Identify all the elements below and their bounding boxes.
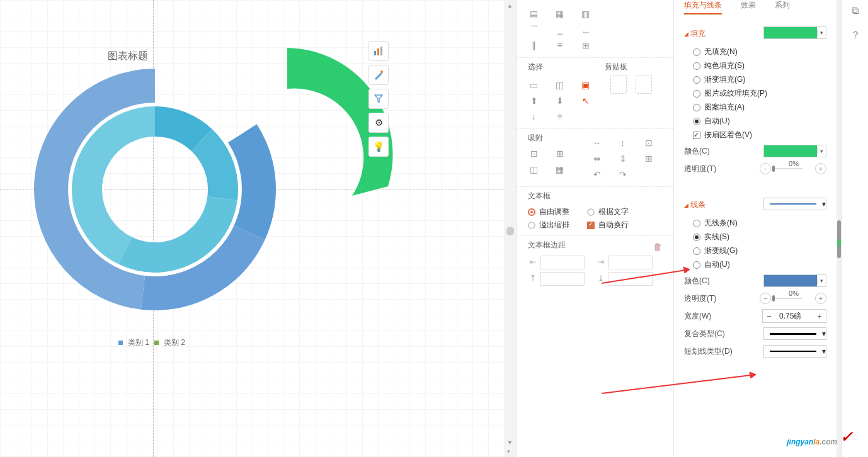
text-overflow-option[interactable]: 溢出缩排 (528, 220, 569, 230)
move-layer-icon[interactable]: ≡ (554, 110, 566, 122)
scroll-down-icon-2[interactable]: ▾ (507, 448, 510, 454)
fill-gradient-option[interactable]: 渐变填充(G) (693, 74, 826, 85)
scroll-up-icon[interactable]: ▲ (507, 3, 513, 9)
right-region: 填充与线条 效果 系列 填充 ▾ 无填充(N) 纯色填充(S) 渐变填充(G) … (674, 0, 868, 457)
margin-top-input[interactable] (540, 272, 585, 286)
tab-series[interactable]: 系列 (775, 0, 790, 14)
align-bottom-icon[interactable]: ⎵ (580, 23, 591, 35)
popout-icon[interactable]: ⧉ (852, 5, 859, 16)
fill-none-option[interactable]: 无填充(N) (693, 47, 826, 57)
pointer-icon[interactable]: ↖ (580, 94, 591, 106)
fill-auto-option[interactable]: 自动(U) (693, 116, 826, 127)
tab-fill-line[interactable]: 填充与线条 (684, 0, 722, 14)
snap-pixel-icon[interactable]: ▦ (554, 163, 566, 175)
dash-type-picker[interactable]: ▾ (763, 345, 826, 358)
line-auto-option[interactable]: 自动(U) (693, 259, 826, 270)
width-plus-button[interactable]: + (813, 312, 826, 321)
clip-slot[interactable] (610, 75, 627, 94)
bring-front-icon[interactable]: ⬆ (528, 94, 540, 106)
align-top-icon[interactable]: ⎴ (528, 23, 540, 35)
chart-legend[interactable]: 类别 1 类别 2 (118, 337, 185, 348)
width-minus-button[interactable]: − (763, 312, 775, 321)
margin-left-input[interactable] (540, 256, 585, 269)
rotate-l-icon[interactable]: ↶ (591, 168, 603, 180)
fill-color-picker[interactable]: ▾ (763, 145, 826, 157)
minus-button[interactable]: − (760, 293, 771, 304)
height-same-icon[interactable]: ↕ (617, 137, 629, 149)
chart-title[interactable]: 图表标题 (108, 50, 148, 63)
select-obj-icon[interactable]: ▭ (528, 79, 540, 91)
canvas[interactable]: 图表标题 (0, 0, 517, 457)
line-none-option[interactable]: 无线条(N) (693, 218, 826, 228)
margin-right-input[interactable] (608, 256, 653, 269)
chart-styles-button[interactable] (368, 65, 389, 85)
chevron-down-icon: ▾ (822, 347, 826, 356)
fill-transparency-slider[interactable]: − 0% + (760, 163, 826, 174)
move-down-icon[interactable]: ↓ (528, 110, 540, 122)
chart-filter-button[interactable] (368, 89, 389, 109)
width-same-icon[interactable]: ↔ (591, 137, 603, 149)
fill-pattern-option[interactable]: 图案填充(A) (693, 102, 826, 113)
distribute-h-icon[interactable]: ‖ (528, 39, 540, 51)
legend-label-2: 类别 2 (164, 337, 185, 348)
snap-guide-icon[interactable]: ◫ (528, 163, 540, 175)
align-right-icon[interactable]: ▥ (580, 8, 591, 20)
line-width-label: 宽度(W) (684, 311, 762, 322)
margin-left-icon: ⇤ (528, 257, 538, 268)
chart-settings-button[interactable]: ⚙ (368, 113, 389, 133)
distribute-3-icon[interactable]: ⊞ (580, 39, 591, 51)
select-path-icon[interactable]: ▣ (580, 79, 591, 91)
compound-type-label: 复合类型(C) (684, 329, 763, 339)
line-width-value[interactable]: 0.75磅 (777, 311, 812, 322)
snap-header: 吸附 (528, 133, 566, 144)
spacing-h-icon[interactable]: ⇔ (591, 152, 603, 164)
fill-picture-option[interactable]: 图片或纹理填充(P) (693, 88, 826, 99)
plus-button[interactable]: + (815, 293, 826, 304)
rotate-r-icon[interactable]: ↷ (617, 168, 629, 180)
align-center-h-icon[interactable]: ▦ (554, 8, 566, 20)
size-same-icon[interactable]: ⊡ (642, 137, 654, 149)
fill-swatch-top[interactable]: ▾ (763, 26, 826, 39)
align-middle-icon[interactable]: ⎯ (554, 23, 566, 35)
line-swatch-top[interactable]: ▾ (763, 198, 826, 210)
margin-top-icon: ⤒ (528, 274, 538, 284)
line-section-header[interactable]: 线条 (684, 200, 763, 210)
clip-slot[interactable] (636, 75, 652, 94)
select-lasso-icon[interactable]: ◫ (554, 79, 566, 91)
fill-color-label: 颜色(C) (684, 146, 763, 157)
distribute-v-icon[interactable]: ≡ (554, 39, 566, 51)
minus-button[interactable]: − (760, 163, 771, 174)
donut-chart[interactable] (29, 64, 281, 315)
chart-ideas-button[interactable]: 💡 (368, 137, 389, 157)
line-width-input[interactable]: − 0.75磅 + (762, 309, 826, 323)
align-left-icon[interactable]: ▤ (528, 8, 540, 20)
chart-object[interactable]: 图表标题 (0, 0, 365, 359)
line-solid-option[interactable]: 实线(S) (693, 232, 826, 242)
line-color-picker[interactable]: ▾ (763, 274, 826, 287)
scroll-down-icon[interactable]: ▼ (507, 439, 513, 446)
fill-solid-option[interactable]: 纯色填充(S) (693, 60, 826, 71)
snap-grid-icon[interactable]: ⊞ (554, 147, 566, 159)
spacing-both-icon[interactable]: ⊞ (642, 152, 654, 164)
text-wrap-option[interactable]: 自动换行 (587, 220, 629, 230)
line-gradient-option[interactable]: 渐变线(G) (693, 245, 826, 256)
send-back-icon[interactable]: ⬇ (554, 94, 566, 106)
snap-obj-icon[interactable]: ⊡ (528, 147, 540, 159)
props-scrollbar[interactable] (837, 0, 842, 457)
text-autosize-option[interactable]: 自由调整 (528, 206, 569, 217)
compound-type-picker[interactable]: ▾ (763, 327, 826, 340)
chart-elements-button[interactable] (368, 41, 389, 61)
spacing-v-icon[interactable]: ⇕ (617, 152, 629, 164)
tab-effects[interactable]: 效果 (741, 0, 756, 14)
line-transparency-slider[interactable]: − 0% + (760, 293, 826, 304)
canvas-vscroll[interactable]: ▲ ▼ ▾ (505, 0, 516, 457)
help-icon[interactable]: ？ (850, 29, 860, 42)
fill-section-header[interactable]: 填充 (684, 28, 763, 39)
text-fit-option[interactable]: 根据文字 (587, 206, 629, 217)
trash-icon[interactable]: 🗑 (653, 242, 662, 252)
margin-bottom-input[interactable] (608, 272, 653, 286)
plus-button[interactable]: + (815, 163, 826, 174)
vary-by-slice-option[interactable]: 按扇区着色(V) (693, 130, 826, 140)
vscroll-thumb[interactable] (506, 227, 514, 235)
legend-swatch-1 (118, 341, 123, 345)
